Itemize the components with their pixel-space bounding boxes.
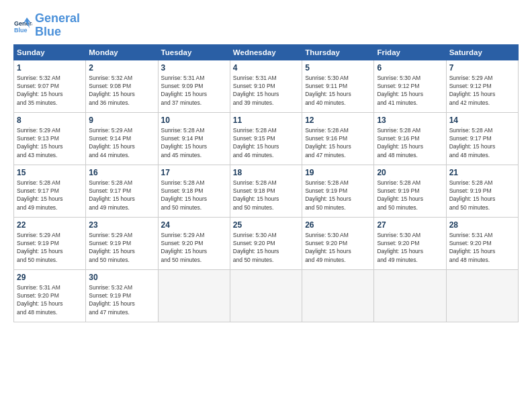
day-number: 20 [377, 168, 443, 177]
day-cell: 28 Sunrise: 5:31 AM Sunset: 9:20 PM Dayl… [446, 217, 518, 269]
day-cell: 8 Sunrise: 5:29 AM Sunset: 9:13 PM Dayli… [14, 112, 86, 165]
day-info: Sunrise: 5:30 AM Sunset: 9:11 PM Dayligh… [305, 74, 371, 107]
day-info: Sunrise: 5:32 AM Sunset: 9:19 PM Dayligh… [89, 283, 154, 316]
day-info: Sunrise: 5:30 AM Sunset: 9:20 PM Dayligh… [305, 231, 371, 264]
column-header-friday: Friday [374, 44, 446, 60]
day-cell: 1 Sunrise: 5:32 AM Sunset: 9:07 PM Dayli… [14, 60, 86, 112]
day-cell: 24 Sunrise: 5:29 AM Sunset: 9:20 PM Dayl… [158, 217, 230, 269]
day-info: Sunrise: 5:28 AM Sunset: 9:18 PM Dayligh… [161, 179, 227, 212]
day-number: 25 [233, 220, 299, 230]
day-info: Sunrise: 5:28 AM Sunset: 9:19 PM Dayligh… [377, 179, 443, 212]
day-cell: 14 Sunrise: 5:28 AM Sunset: 9:17 PM Dayl… [446, 112, 518, 165]
day-info: Sunrise: 5:28 AM Sunset: 9:18 PM Dayligh… [233, 179, 299, 212]
day-info: Sunrise: 5:31 AM Sunset: 9:20 PM Dayligh… [17, 283, 83, 316]
day-cell: 11 Sunrise: 5:28 AM Sunset: 9:15 PM Dayl… [230, 112, 302, 165]
day-cell [230, 269, 302, 322]
day-cell [302, 269, 374, 322]
day-cell: 22 Sunrise: 5:29 AM Sunset: 9:19 PM Dayl… [14, 217, 86, 269]
day-number: 5 [305, 63, 371, 73]
day-cell: 26 Sunrise: 5:30 AM Sunset: 9:20 PM Dayl… [302, 217, 374, 269]
day-cell: 5 Sunrise: 5:30 AM Sunset: 9:11 PM Dayli… [302, 60, 374, 112]
day-number: 26 [305, 220, 371, 230]
day-info: Sunrise: 5:29 AM Sunset: 9:19 PM Dayligh… [17, 231, 83, 264]
day-number: 21 [449, 168, 515, 177]
day-number: 4 [233, 63, 299, 73]
day-cell: 25 Sunrise: 5:30 AM Sunset: 9:20 PM Dayl… [230, 217, 302, 269]
day-number: 12 [305, 116, 371, 125]
day-number: 29 [17, 273, 83, 282]
day-cell: 17 Sunrise: 5:28 AM Sunset: 9:18 PM Dayl… [158, 165, 230, 217]
svg-text:Blue: Blue [14, 27, 28, 34]
column-header-sunday: Sunday [14, 44, 86, 60]
week-row-2: 8 Sunrise: 5:29 AM Sunset: 9:13 PM Dayli… [14, 112, 519, 165]
day-info: Sunrise: 5:28 AM Sunset: 9:15 PM Dayligh… [233, 126, 299, 159]
day-cell: 12 Sunrise: 5:28 AM Sunset: 9:16 PM Dayl… [302, 112, 374, 165]
day-cell: 19 Sunrise: 5:28 AM Sunset: 9:19 PM Dayl… [302, 165, 374, 217]
day-cell: 6 Sunrise: 5:30 AM Sunset: 9:12 PM Dayli… [374, 60, 446, 112]
day-number: 1 [17, 63, 83, 73]
day-info: Sunrise: 5:31 AM Sunset: 9:20 PM Dayligh… [449, 231, 515, 264]
day-info: Sunrise: 5:30 AM Sunset: 9:20 PM Dayligh… [233, 231, 299, 264]
day-info: Sunrise: 5:28 AM Sunset: 9:17 PM Dayligh… [449, 126, 515, 159]
day-cell: 29 Sunrise: 5:31 AM Sunset: 9:20 PM Dayl… [14, 269, 86, 322]
day-number: 17 [161, 168, 227, 177]
day-cell [158, 269, 230, 322]
day-info: Sunrise: 5:28 AM Sunset: 9:16 PM Dayligh… [377, 126, 443, 159]
logo-text: GeneralBlue [35, 12, 80, 39]
day-cell: 27 Sunrise: 5:30 AM Sunset: 9:20 PM Dayl… [374, 217, 446, 269]
day-number: 8 [17, 116, 83, 125]
day-info: Sunrise: 5:28 AM Sunset: 9:19 PM Dayligh… [449, 179, 515, 212]
day-info: Sunrise: 5:30 AM Sunset: 9:12 PM Dayligh… [377, 74, 443, 107]
day-cell: 9 Sunrise: 5:29 AM Sunset: 9:14 PM Dayli… [86, 112, 158, 165]
day-cell: 10 Sunrise: 5:28 AM Sunset: 9:14 PM Dayl… [158, 112, 230, 165]
day-number: 3 [161, 63, 227, 73]
column-header-saturday: Saturday [446, 44, 518, 60]
day-number: 11 [233, 116, 299, 125]
day-number: 28 [449, 220, 515, 230]
week-row-4: 22 Sunrise: 5:29 AM Sunset: 9:19 PM Dayl… [14, 217, 519, 269]
day-info: Sunrise: 5:32 AM Sunset: 9:08 PM Dayligh… [89, 74, 154, 107]
day-cell: 18 Sunrise: 5:28 AM Sunset: 9:18 PM Dayl… [230, 165, 302, 217]
day-info: Sunrise: 5:29 AM Sunset: 9:14 PM Dayligh… [89, 126, 154, 159]
day-number: 13 [377, 116, 443, 125]
day-number: 2 [89, 63, 154, 73]
column-header-thursday: Thursday [302, 44, 374, 60]
day-number: 23 [89, 220, 154, 230]
day-cell: 16 Sunrise: 5:28 AM Sunset: 9:17 PM Dayl… [86, 165, 158, 217]
day-number: 10 [161, 116, 227, 125]
day-info: Sunrise: 5:28 AM Sunset: 9:17 PM Dayligh… [17, 179, 83, 212]
day-number: 9 [89, 116, 154, 125]
day-info: Sunrise: 5:29 AM Sunset: 9:13 PM Dayligh… [17, 126, 83, 159]
column-header-monday: Monday [86, 44, 158, 60]
day-number: 30 [89, 273, 154, 282]
day-number: 24 [161, 220, 227, 230]
day-cell: 30 Sunrise: 5:32 AM Sunset: 9:19 PM Dayl… [86, 269, 158, 322]
day-info: Sunrise: 5:28 AM Sunset: 9:16 PM Dayligh… [305, 126, 371, 159]
day-cell: 2 Sunrise: 5:32 AM Sunset: 9:08 PM Dayli… [86, 60, 158, 112]
day-cell: 23 Sunrise: 5:29 AM Sunset: 9:19 PM Dayl… [86, 217, 158, 269]
logo-icon: General Blue [13, 16, 32, 35]
day-cell [446, 269, 518, 322]
logo: General Blue GeneralBlue [13, 12, 80, 39]
day-cell: 20 Sunrise: 5:28 AM Sunset: 9:19 PM Dayl… [374, 165, 446, 217]
week-row-5: 29 Sunrise: 5:31 AM Sunset: 9:20 PM Dayl… [14, 269, 519, 322]
day-cell: 21 Sunrise: 5:28 AM Sunset: 9:19 PM Dayl… [446, 165, 518, 217]
page: General Blue GeneralBlue SundayMondayTue… [0, 0, 532, 411]
day-info: Sunrise: 5:32 AM Sunset: 9:07 PM Dayligh… [17, 74, 83, 107]
week-row-3: 15 Sunrise: 5:28 AM Sunset: 9:17 PM Dayl… [14, 165, 519, 217]
day-info: Sunrise: 5:29 AM Sunset: 9:12 PM Dayligh… [449, 74, 515, 107]
header-row: SundayMondayTuesdayWednesdayThursdayFrid… [14, 44, 519, 60]
day-info: Sunrise: 5:28 AM Sunset: 9:19 PM Dayligh… [305, 179, 371, 212]
column-header-wednesday: Wednesday [230, 44, 302, 60]
header: General Blue GeneralBlue [13, 12, 519, 39]
day-number: 14 [449, 116, 515, 125]
day-info: Sunrise: 5:29 AM Sunset: 9:20 PM Dayligh… [161, 231, 227, 264]
day-number: 7 [449, 63, 515, 73]
day-number: 6 [377, 63, 443, 73]
day-number: 27 [377, 220, 443, 230]
day-number: 18 [233, 168, 299, 177]
day-info: Sunrise: 5:30 AM Sunset: 9:20 PM Dayligh… [377, 231, 443, 264]
day-info: Sunrise: 5:31 AM Sunset: 9:10 PM Dayligh… [233, 74, 299, 107]
day-cell: 13 Sunrise: 5:28 AM Sunset: 9:16 PM Dayl… [374, 112, 446, 165]
column-header-tuesday: Tuesday [158, 44, 230, 60]
